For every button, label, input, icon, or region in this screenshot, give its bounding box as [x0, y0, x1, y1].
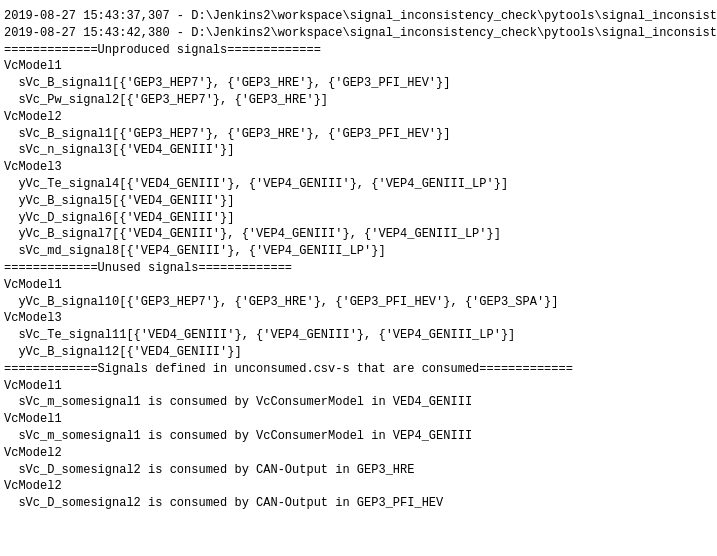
console-line: VcModel1	[4, 411, 713, 428]
console-line: VcModel2	[4, 478, 713, 495]
console-line: yVc_B_signal12[{'VED4_GENIII'}]	[4, 344, 713, 361]
console-output: 2019-08-27 15:43:37,307 - D:\Jenkins2\wo…	[4, 8, 713, 512]
console-line: VcModel2	[4, 445, 713, 462]
console-line: sVc_m_somesignal1 is consumed by VcConsu…	[4, 394, 713, 411]
console-line: =============Unused signals=============	[4, 260, 713, 277]
console-line: sVc_n_signal3[{'VED4_GENIII'}]	[4, 142, 713, 159]
console-line: yVc_B_signal7[{'VED4_GENIII'}, {'VEP4_GE…	[4, 226, 713, 243]
console-line: yVc_D_signal6[{'VED4_GENIII'}]	[4, 210, 713, 227]
console-line: =============Signals defined in unconsum…	[4, 361, 713, 378]
console-line: sVc_Pw_signal2[{'GEP3_HEP7'}, {'GEP3_HRE…	[4, 92, 713, 109]
console-line: sVc_B_signal1[{'GEP3_HEP7'}, {'GEP3_HRE'…	[4, 126, 713, 143]
console-line: VcModel1	[4, 58, 713, 75]
console-line: 2019-08-27 15:43:42,380 - D:\Jenkins2\wo…	[4, 25, 713, 42]
console-line: VcModel1	[4, 378, 713, 395]
console-line: sVc_m_somesignal1 is consumed by VcConsu…	[4, 428, 713, 445]
console-line: yVc_B_signal5[{'VED4_GENIII'}]	[4, 193, 713, 210]
console-line: VcModel3	[4, 159, 713, 176]
console-line: =============Unproduced signals=========…	[4, 42, 713, 59]
console-line: sVc_Te_signal11[{'VED4_GENIII'}, {'VEP4_…	[4, 327, 713, 344]
console-line: yVc_B_signal10[{'GEP3_HEP7'}, {'GEP3_HRE…	[4, 294, 713, 311]
console-line: VcModel3	[4, 310, 713, 327]
console-line: sVc_B_signal1[{'GEP3_HEP7'}, {'GEP3_HRE'…	[4, 75, 713, 92]
console-line: VcModel1	[4, 277, 713, 294]
console-line: sVc_D_somesignal2 is consumed by CAN-Out…	[4, 462, 713, 479]
console-line: yVc_Te_signal4[{'VED4_GENIII'}, {'VEP4_G…	[4, 176, 713, 193]
console-line: 2019-08-27 15:43:37,307 - D:\Jenkins2\wo…	[4, 8, 713, 25]
console-line: sVc_D_somesignal2 is consumed by CAN-Out…	[4, 495, 713, 512]
console-line: VcModel2	[4, 109, 713, 126]
console-line: sVc_md_signal8[{'VEP4_GENIII'}, {'VEP4_G…	[4, 243, 713, 260]
